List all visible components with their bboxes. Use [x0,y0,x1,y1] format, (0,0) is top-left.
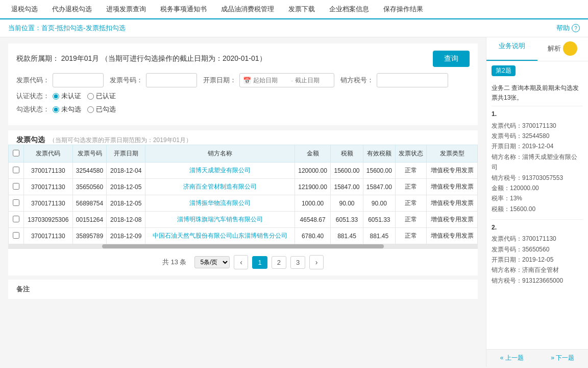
auth-status-label: 认证状态： [16,91,50,101]
row-code-3: 137030925306 [24,212,73,228]
row-checkbox-1[interactable] [13,183,19,190]
invoice-code-label: 发票代码： [16,76,50,85]
row-effective-tax-3: 6051.33 [363,212,395,228]
page-1-button[interactable]: 1 [252,256,267,269]
scrollbar-thumb[interactable] [102,244,384,248]
next-page-button[interactable]: › [309,255,324,269]
item-1-detail: 发票代码：3700171130 发票号码：32544580 开票日期：2019-… [492,121,583,215]
select-all-checkbox[interactable] [13,150,19,156]
row-no-3: 00151264 [72,212,107,228]
invoice-code-filter: 发票代码： [16,73,104,87]
date-start-input[interactable] [253,77,289,84]
period-row: 税款所属期： 2019年01月 （当期可进行勾选操作的截止日期为：2020-01… [16,51,470,67]
row-status-3: 正常 [396,212,427,228]
page-2-button[interactable]: 2 [272,256,286,269]
nav-item-tax-notice[interactable]: 税务事项通知书 [153,0,214,19]
row-seller-3[interactable]: 淄博明珠旗瑞汽车销售有限公司 [145,212,295,228]
right-intro: 业务二 查询本期及前期未勾选发票共13张。 [492,83,583,103]
filter-row-2: 认证状态： 未认证 已认证 [16,91,470,101]
breadcrumb: 当前位置：首页-抵扣勾选-发票抵扣勾选 [8,24,126,33]
auth-radio-uncertified[interactable] [53,93,59,100]
row-amount-3: 46548.67 [295,212,331,228]
auth-radio-certified[interactable] [87,93,94,100]
tab-business-desc[interactable]: 业务说明 [486,37,537,61]
select-radio-group: 未勾选 已勾选 [53,105,116,114]
pagination-bar: 共 13 条 5条/页 ‹ 1 2 3 › [8,248,478,275]
period-info: 税款所属期： 2019年01月 （当期可进行勾选操作的截止日期为：2020-01… [16,54,266,63]
select-option-1[interactable]: 已勾选 [87,105,116,114]
nav-item-invoice-query[interactable]: 进项发票查询 [99,0,153,19]
query-button[interactable]: 查询 [433,51,470,67]
select-radio-selected[interactable] [87,106,94,113]
row-no-4: 35895789 [72,228,107,244]
right-panel-content: 业务二 查询本期及前期未勾选发票共13张。 1. 发票代码：3700171130… [486,80,588,294]
auth-label-uncertified: 未认证 [61,91,81,101]
select-status-filter: 勾选状态： 未勾选 已勾选 [16,105,116,114]
nav-item-tax-deduction[interactable]: 退税勾选 [4,0,45,19]
row-date-3: 2018-12-08 [107,212,145,228]
row-checkbox-cell [9,212,24,228]
row-no-2: 56898754 [72,195,107,212]
invoice-code-input[interactable] [53,73,104,87]
row-seller-2[interactable]: 淄博振华物流有限公司 [145,195,295,212]
row-amount-4: 6780.40 [295,228,331,244]
date-end-input[interactable] [295,77,331,84]
date-range-picker[interactable]: 📅 - [239,73,334,87]
nav-item-enterprise-info[interactable]: 企业档案信息 [322,0,376,19]
header-status: 发票状态 [396,145,427,163]
page-size-select[interactable]: 5条/页 [194,256,230,268]
nav-item-petroleum[interactable]: 成品油消费税管理 [214,0,281,19]
auth-option-1[interactable]: 已认证 [87,91,116,101]
calendar-icon: 📅 [243,77,251,84]
header-amount: 金额 [295,145,331,163]
total-count: 共 13 条 [162,258,187,267]
row-status-4: 正常 [396,228,427,244]
row-checkbox-2[interactable] [13,199,19,206]
table-header-row: 发票代码 发票号码 开票日期 销方名称 金额 税额 有效税额 发票状态 发票类型 [9,145,478,163]
item-1-field-tax: 税额：15600.00 [492,204,583,214]
select-option-0[interactable]: 未勾选 [53,105,81,114]
auth-option-0[interactable]: 未认证 [53,91,81,101]
row-checkbox-3[interactable] [13,216,19,222]
row-type-3: 增值税专用发票 [427,212,478,228]
nav-item-invoice-download[interactable]: 发票下载 [281,0,322,19]
row-status-1: 正常 [396,179,427,195]
seller-tax-input[interactable] [377,73,448,87]
invoice-no-label: 发票号码： [110,76,143,85]
invoice-no-filter: 发票号码： [110,73,197,87]
row-checkbox-0[interactable] [13,167,19,173]
row-checkbox-4[interactable] [13,232,19,239]
nav-item-save-result[interactable]: 保存操作结果 [376,0,430,19]
horizontal-scrollbar[interactable] [8,244,478,248]
tab-analysis[interactable]: 解析 [537,37,589,61]
invoice-table-section: 发票勾选 （当期可勾选发票的开票日期范围为：2019年01月） 发票代码 发票号… [8,130,478,275]
select-label-selected: 已勾选 [96,105,116,114]
open-date-label: 开票日期： [203,76,236,85]
nav-item-proxy-refund[interactable]: 代办退税勾选 [45,0,99,19]
item-2-field-date: 开票日期：2019-12-05 [492,255,583,265]
right-item-2: 2. 发票代码：3700171130 发票号码：35650560 开票日期：20… [492,223,583,286]
auth-label-certified: 已认证 [96,91,116,101]
row-seller-1[interactable]: 济南百全管材制造有限公司 [145,179,295,195]
prev-page-button[interactable]: ‹ [234,255,248,269]
invoice-no-input[interactable] [146,73,197,87]
select-radio-unselected[interactable] [53,106,59,113]
row-amount-1: 121900.00 [295,179,331,195]
page-3-button[interactable]: 3 [290,256,305,269]
header-code: 发票代码 [24,145,73,163]
item-2-detail: 发票代码：3700171130 发票号码：35650560 开票日期：2019-… [492,234,583,286]
next-chapter-button[interactable]: » 下一题 [537,350,589,366]
help-button[interactable]: 帮助 ? [556,24,580,33]
prev-chapter-button[interactable]: « 上一题 [486,350,537,366]
item-1-index: 1. [492,109,583,119]
table-row: 3700171130 35650560 2018-12-05 济南百全管材制造有… [9,179,478,195]
row-effective-tax-4: 881.45 [363,228,395,244]
row-checkbox-cell [9,195,24,212]
item-1-field-seller: 销方名称：淄博天成塑业有限公司 [492,152,583,173]
row-seller-4[interactable]: 中国石油天然气股份有限公司山东淄博销售分公司 [145,228,295,244]
header-checkbox-col [9,145,24,163]
analysis-hint-circle[interactable] [563,41,577,56]
row-seller-0[interactable]: 淄博天成塑业有限公司 [145,163,295,179]
item-1-field-no: 发票号码：32544580 [492,131,583,141]
row-checkbox-cell [9,228,24,244]
